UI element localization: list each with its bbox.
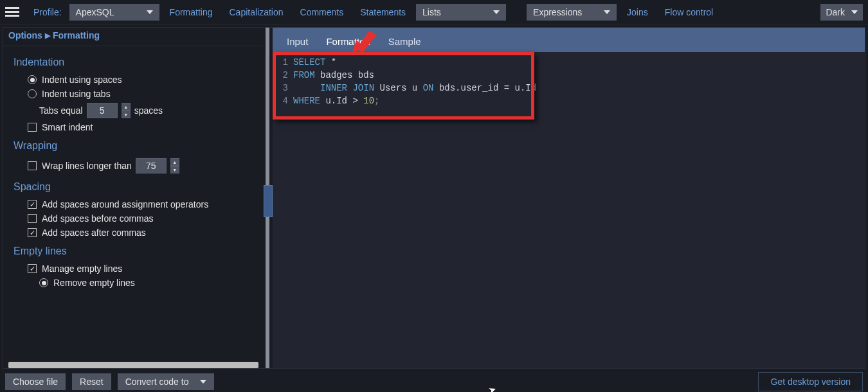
keyword: SELECT	[293, 57, 325, 67]
chevron-down-icon	[493, 10, 500, 14]
tab-input[interactable]: Input	[278, 31, 317, 52]
nav-formatting[interactable]: Formatting	[163, 4, 219, 20]
checkbox-icon	[28, 228, 37, 237]
opt-indent-spaces-label: Indent using spaces	[42, 75, 122, 85]
section-empty-lines: Empty lines	[14, 245, 253, 257]
profile-value: ApexSQL	[76, 7, 114, 17]
breadcrumb: Options ▶ Formatting	[3, 28, 264, 46]
remove-empty-label: Remove empty lines	[53, 278, 135, 288]
breadcrumb-root[interactable]: Options	[8, 30, 42, 40]
bottom-bar: Choose file Reset Convert code to Get de…	[0, 371, 868, 392]
checkbox-icon	[28, 200, 37, 209]
smart-indent-label: Smart indent	[42, 122, 93, 132]
splitter-handle-icon[interactable]	[264, 185, 273, 217]
section-spacing: Spacing	[14, 181, 253, 193]
opt-wrap-lines[interactable]: Wrap lines longer than 75 ▲▼	[28, 158, 253, 174]
options-scroll[interactable]: Indentation Indent using spaces Indent u…	[3, 46, 264, 361]
keyword: JOIN	[352, 83, 374, 93]
stepper-up-icon[interactable]: ▲	[170, 158, 179, 166]
breadcrumb-separator-icon: ▶	[45, 31, 50, 40]
opt-remove-empty[interactable]: Remove empty lines	[39, 278, 253, 288]
tabs-equal-pre: Tabs equal	[39, 105, 83, 116]
checkbox-icon	[28, 123, 37, 132]
manage-empty-label: Manage empty lines	[42, 263, 122, 274]
get-desktop-button[interactable]: Get desktop version	[758, 372, 863, 391]
opt-space-assign[interactable]: Add spaces around assignment operators	[28, 199, 253, 209]
expressions-dropdown[interactable]: Expressions	[527, 4, 617, 21]
theme-value: Dark	[826, 7, 845, 17]
wrap-lines-input[interactable]: 75	[136, 158, 167, 174]
tabs-equal-input[interactable]: 5	[87, 103, 118, 118]
code-text: bds.user_id = u.Id	[433, 83, 536, 93]
radio-icon	[39, 278, 48, 287]
nav-flow-control[interactable]: Flow control	[658, 4, 719, 20]
opt-smart-indent[interactable]: Smart indent	[28, 122, 253, 132]
editor-tabs: Input Formatted Sample	[273, 28, 865, 52]
chevron-down-icon	[147, 10, 153, 14]
main-area: Options ▶ Formatting Indentation Indent …	[3, 27, 865, 369]
code-editor[interactable]: 1SELECT * 2FROM badges bds 3 INNER JOIN …	[273, 52, 865, 368]
opt-indent-tabs[interactable]: Indent using tabs	[28, 89, 253, 99]
code-number: 10	[363, 96, 374, 106]
opt-indent-spaces[interactable]: Indent using spaces	[28, 75, 253, 85]
tab-sample[interactable]: Sample	[379, 31, 430, 52]
line-number: 4	[276, 94, 288, 107]
theme-dropdown[interactable]: Dark	[820, 4, 863, 21]
space-before-commas-label: Add spaces before commas	[42, 213, 154, 224]
tabs-equal-post: spaces	[134, 105, 163, 116]
code-text: Users u	[374, 83, 423, 93]
editor-panel: Input Formatted Sample 1SELECT * 2FROM b…	[273, 28, 865, 368]
space-after-commas-label: Add spaces after commas	[42, 227, 146, 238]
space-assign-label: Add spaces around assignment operators	[42, 199, 208, 209]
reset-button[interactable]: Reset	[72, 373, 111, 390]
opt-space-before-commas[interactable]: Add spaces before commas	[28, 213, 253, 224]
keyword: FROM	[293, 70, 315, 80]
tabs-equal-stepper[interactable]: ▲▼	[122, 103, 131, 118]
radio-icon	[28, 89, 37, 98]
chevron-down-icon	[604, 10, 610, 14]
opt-tabs-equal: Tabs equal 5 ▲▼ spaces	[39, 103, 253, 118]
code-text: *	[325, 57, 336, 67]
tab-formatted[interactable]: Formatted	[317, 31, 379, 52]
expressions-label: Expressions	[533, 7, 582, 17]
stepper-down-icon[interactable]: ▼	[122, 111, 131, 118]
line-number: 3	[276, 82, 288, 94]
lists-label: Lists	[422, 7, 441, 17]
nav-comments[interactable]: Comments	[294, 4, 350, 20]
keyword: WHERE	[293, 96, 320, 106]
horizontal-scrollbar[interactable]	[8, 362, 258, 368]
menu-icon[interactable]	[5, 5, 19, 19]
stepper-up-icon[interactable]: ▲	[122, 103, 131, 111]
checkbox-icon	[28, 264, 37, 273]
convert-code-dropdown[interactable]: Convert code to	[118, 373, 215, 390]
checkbox-icon	[28, 161, 37, 170]
code-content: 1SELECT * 2FROM badges bds 3 INNER JOIN …	[273, 52, 543, 115]
nav-capitalization[interactable]: Capitalization	[223, 4, 290, 20]
stepper-down-icon[interactable]: ▼	[170, 166, 179, 174]
nav-statements[interactable]: Statements	[354, 4, 412, 20]
options-panel: Options ▶ Formatting Indentation Indent …	[3, 28, 264, 368]
choose-file-button[interactable]: Choose file	[5, 373, 66, 390]
line-number: 2	[276, 69, 288, 82]
wrap-lines-label: Wrap lines longer than	[42, 161, 132, 171]
radio-icon	[28, 75, 37, 84]
convert-code-label: Convert code to	[125, 377, 189, 387]
opt-manage-empty[interactable]: Manage empty lines	[28, 263, 253, 274]
chevron-down-icon	[851, 10, 858, 14]
nav-joins[interactable]: Joins	[620, 4, 655, 20]
profile-label: Profile:	[27, 4, 66, 20]
code-punct: ;	[374, 96, 379, 106]
panel-splitter[interactable]	[264, 28, 273, 368]
lists-dropdown[interactable]: Lists	[416, 4, 506, 21]
top-toolbar: Profile: ApexSQL Formatting Capitalizati…	[0, 0, 868, 24]
keyword: INNER	[320, 83, 347, 93]
opt-indent-tabs-label: Indent using tabs	[42, 89, 111, 99]
code-text: badges bds	[315, 70, 374, 80]
keyword: ON	[423, 83, 434, 93]
code-text: u.Id >	[320, 96, 363, 106]
breadcrumb-leaf: Formatting	[53, 30, 100, 40]
section-wrapping: Wrapping	[14, 140, 253, 152]
opt-space-after-commas[interactable]: Add spaces after commas	[28, 227, 253, 238]
wrap-lines-stepper[interactable]: ▲▼	[170, 158, 179, 174]
profile-dropdown[interactable]: ApexSQL	[69, 4, 159, 21]
